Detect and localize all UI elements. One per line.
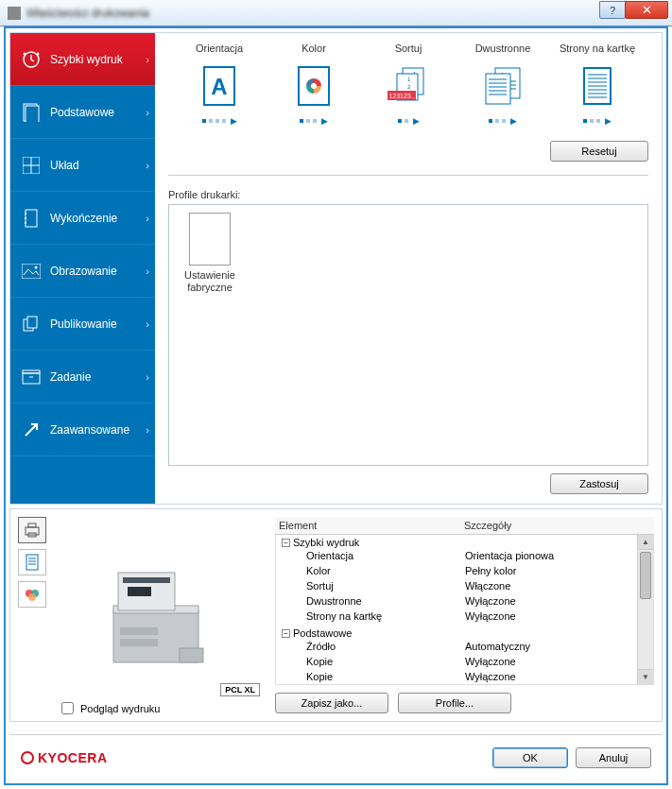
profiles-box: Ustawienie fabryczne (168, 204, 648, 466)
preview-tab-color[interactable] (18, 581, 46, 608)
quick-print-panel: Orientacja A ▶ Kolor (155, 33, 662, 504)
help-button[interactable]: ? (599, 1, 626, 19)
svg-rect-53 (28, 523, 36, 527)
sidebar-item-quickprint[interactable]: Szybki wydruk › (10, 33, 155, 86)
sidebar-item-advanced[interactable]: Zaawansowane › (10, 403, 155, 456)
option-label: Sortuj (361, 43, 456, 54)
table-row: OrientacjaOrientacja pionowa (276, 550, 653, 565)
chevron-right-icon: › (146, 371, 149, 383)
svg-rect-4 (26, 106, 39, 122)
sidebar-item-label: Publikowanie (50, 317, 117, 331)
svg-point-11 (25, 222, 26, 224)
table-row: DwustronneWyłączone (276, 595, 653, 610)
options-row: Orientacja A ▶ Kolor (168, 43, 648, 126)
table-row: ŹródłoAutomatyczny (276, 641, 653, 656)
svg-rect-52 (26, 527, 39, 535)
option-duplex[interactable]: Dwustronne A ▶ (456, 43, 550, 126)
image-icon (22, 262, 41, 281)
titlebar: Właściwości drukowania ? ✕ (0, 0, 672, 26)
chevron-right-icon: › (146, 266, 149, 277)
chevron-right-icon: › (146, 54, 149, 65)
sidebar-item-label: Szybki wydruk (50, 53, 123, 66)
svg-rect-65 (123, 577, 170, 583)
sidebar-item-imaging[interactable]: Obrazowanie › (10, 245, 155, 298)
option-label: Kolor (267, 43, 361, 54)
option-dots: ▶ (267, 116, 361, 126)
scroll-up-icon[interactable]: ▲ (638, 535, 653, 550)
scroll-thumb[interactable] (640, 552, 651, 599)
scroll-down-icon[interactable]: ▼ (638, 669, 653, 684)
details-col-element: Element (275, 520, 464, 531)
sidebar-item-label: Obrazowanie (50, 265, 117, 278)
reset-button[interactable]: Resetuj (550, 141, 648, 162)
sidebar-item-publishing[interactable]: Publikowanie › (10, 298, 155, 351)
pcl-badge: PCL XL (220, 683, 260, 696)
printer-icon (8, 7, 21, 20)
table-row: KopieWyłączone (276, 656, 653, 671)
save-as-button[interactable]: Zapisz jako... (275, 693, 388, 713)
option-orientation[interactable]: Orientacja A ▶ (172, 43, 267, 126)
svg-rect-8 (26, 210, 37, 227)
client-area: Szybki wydruk › Podstawowe › Układ › (4, 26, 668, 785)
tree-group-quickprint[interactable]: − Szybki wydruk (276, 535, 653, 550)
option-color[interactable]: Kolor ▶ (267, 43, 361, 126)
cancel-button[interactable]: Anuluj (576, 747, 651, 768)
table-row: KolorPełny kolor (276, 565, 653, 580)
svg-point-13 (35, 266, 38, 268)
option-pagesup[interactable]: Strony na kartkę ▶ (550, 43, 645, 126)
option-dots: ▶ (456, 116, 550, 126)
details-list[interactable]: − Szybki wydruk OrientacjaOrientacja pio… (275, 535, 654, 685)
sidebar-item-label: Wykończenie (50, 212, 117, 225)
table-row: Strony na kartkęWyłączone (276, 610, 653, 626)
option-dots: ▶ (172, 116, 267, 126)
grid-icon (22, 156, 41, 175)
collapse-icon[interactable]: − (282, 629, 290, 638)
svg-point-1 (37, 52, 40, 55)
svg-rect-15 (27, 317, 37, 328)
binder-icon (22, 209, 41, 228)
collapse-icon[interactable]: − (282, 539, 290, 547)
preview-tab-page[interactable] (18, 549, 46, 575)
tree-group-basic[interactable]: − Podstawowe (276, 626, 653, 641)
scrollbar[interactable]: ▲ ▼ (637, 535, 653, 684)
chevron-right-icon: › (146, 213, 149, 224)
pagesup-icon (550, 63, 645, 109)
svg-rect-66 (128, 587, 151, 596)
preview-checkbox[interactable]: Podgląd wydruku (58, 699, 160, 717)
option-sort[interactable]: Sortuj 123 123 123123.. ▶ (361, 43, 456, 126)
svg-rect-69 (120, 639, 158, 646)
sidebar-item-finishing[interactable]: Wykończenie › (10, 192, 155, 245)
ok-button[interactable]: OK (492, 747, 568, 768)
details-col-details: Szczegóły (464, 520, 654, 531)
profile-factory[interactable]: Ustawienie fabryczne (177, 213, 243, 294)
profiles-button[interactable]: Profile... (398, 693, 511, 713)
sidebar-item-job[interactable]: Zadanie › (10, 351, 155, 403)
apply-button[interactable]: Zastosuj (550, 473, 648, 494)
option-label: Dwustronne (456, 43, 550, 54)
bottom-panel: PCL XL Podgląd wydruku Element Szczegóły… (9, 508, 663, 722)
table-row: KopieWyłączone (276, 671, 653, 685)
svg-rect-55 (26, 555, 38, 570)
chevron-right-icon: › (146, 424, 149, 436)
profile-name: Ustawienie fabryczne (177, 269, 243, 294)
preview-checkbox-input[interactable] (61, 702, 74, 714)
svg-rect-67 (180, 648, 203, 662)
svg-point-10 (25, 217, 26, 219)
sidebar-item-basic[interactable]: Podstawowe › (10, 86, 155, 139)
svg-point-22 (311, 83, 317, 89)
svg-rect-16 (23, 373, 40, 384)
clock-icon (22, 50, 41, 69)
brand-ring-icon (21, 751, 34, 764)
sort-icon: 123 123 123123.. (361, 63, 456, 109)
sidebar-item-layout[interactable]: Układ › (10, 139, 155, 192)
option-label: Strony na kartkę (550, 43, 645, 54)
svg-rect-38 (486, 74, 510, 104)
profiles-label: Profile drukarki: (168, 189, 648, 200)
brand-logo: KYOCERA (21, 750, 108, 765)
details-header: Element Szczegóły (275, 517, 654, 535)
page-icon (22, 103, 41, 122)
preview-column: PCL XL Podgląd wydruku (10, 509, 267, 721)
preview-tab-printer[interactable] (18, 517, 46, 543)
close-button[interactable]: ✕ (625, 1, 668, 19)
profile-thumb (189, 213, 231, 266)
